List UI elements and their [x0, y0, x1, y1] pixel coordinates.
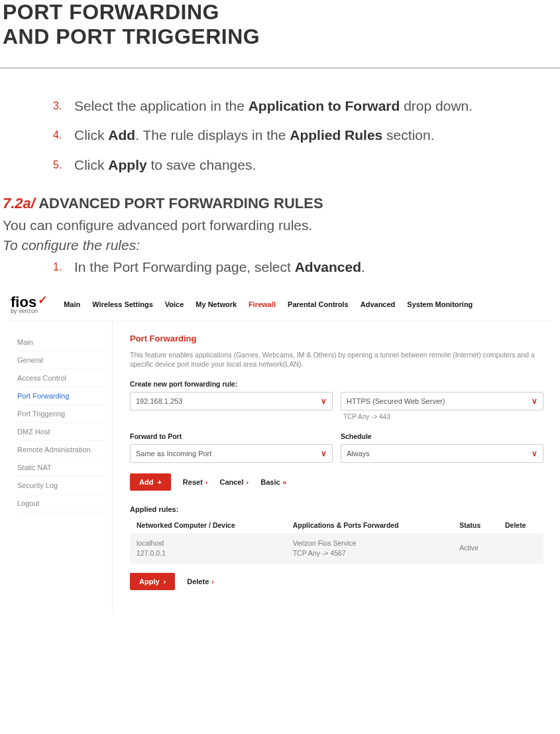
sidebar-item-dmz[interactable]: DMZ Host: [17, 423, 105, 441]
intro-text: You can configure advanced port forwardi…: [3, 217, 560, 233]
th-apps: Applications & Ports Forwarded: [286, 519, 453, 533]
top-nav: Main Wireless Settings Voice My Network …: [64, 300, 473, 308]
apply-button[interactable]: Apply ›: [130, 573, 175, 590]
check-icon: ✓: [38, 292, 48, 307]
th-device: Networked Computer / Device: [130, 519, 286, 533]
forward-port-select[interactable]: Same as Incoming Port ∨: [130, 444, 333, 463]
sidebar-item-security-log[interactable]: Security Log: [17, 477, 105, 495]
cell-delete: [498, 533, 543, 563]
step-text: Click Apply to save changes.: [74, 155, 256, 175]
cell-status: Active: [453, 533, 498, 563]
chevron-right-icon: ›: [247, 478, 249, 486]
nav-parental[interactable]: Parental Controls: [288, 300, 349, 308]
step-text: Click Add. The rule displays in the Appl…: [74, 125, 435, 145]
step-1: 1. In the Port Forwarding page, select A…: [53, 257, 547, 277]
nav-main[interactable]: Main: [64, 300, 80, 308]
step-number: 4.: [53, 125, 74, 145]
top-bar: fios✓ by verizon Main Wireless Settings …: [8, 292, 551, 321]
step-5: 5. Click Apply to save changes.: [53, 155, 547, 175]
nav-firewall[interactable]: Firewall: [249, 300, 276, 308]
plus-icon: +: [157, 478, 161, 486]
step-number: 1.: [53, 257, 74, 277]
cancel-button[interactable]: Cancel›: [219, 478, 249, 486]
reset-button[interactable]: Reset›: [183, 478, 208, 486]
sidebar-item-access-control[interactable]: Access Control: [17, 369, 105, 387]
add-button[interactable]: Add+: [130, 473, 171, 491]
nav-advanced[interactable]: Advanced: [361, 300, 396, 308]
content-panel: Port Forwarding This feature enables app…: [113, 322, 551, 611]
chevron-right-icon: ›: [164, 578, 166, 585]
sidebar-item-port-triggering[interactable]: Port Triggering: [17, 405, 105, 423]
schedule-label: Schedule: [341, 432, 543, 440]
sidebar-item-port-forwarding[interactable]: Port Forwarding: [17, 387, 105, 405]
sidebar-item-remote-admin[interactable]: Remote Administration: [17, 441, 105, 459]
applied-rules-table: Networked Computer / Device Applications…: [130, 519, 543, 563]
chevron-right-icon: ›: [211, 578, 214, 585]
table-row: localhost127.0.0.1 Verizon Fios ServiceT…: [130, 533, 543, 563]
fios-logo: fios✓ by verizon: [11, 295, 48, 314]
chevron-down-icon: ∨: [532, 449, 537, 458]
step-text: Select the application in the Applicatio…: [74, 96, 473, 116]
th-delete: Delete: [498, 519, 543, 533]
content-title: Port Forwarding: [130, 334, 543, 343]
sidebar: Main General Access Control Port Forward…: [8, 322, 113, 611]
chevron-double-left-icon: «: [283, 478, 287, 486]
cell-apps: Verizon Fios ServiceTCP Any -> 4567: [286, 533, 453, 563]
chevron-down-icon: ∨: [321, 449, 327, 458]
chevron-down-icon: ∨: [532, 397, 537, 406]
nav-wireless[interactable]: Wireless Settings: [92, 300, 153, 308]
step-text: In the Port Forwarding page, select Adva…: [74, 257, 365, 277]
sidebar-item-general[interactable]: General: [17, 351, 105, 369]
sidebar-item-main[interactable]: Main: [17, 334, 105, 351]
page-title: PORT FORWARDING AND PORT TRIGGERING: [0, 0, 560, 68]
sidebar-item-static-nat[interactable]: Static NAT: [17, 459, 105, 477]
content-description: This feature enables applications (Games…: [130, 350, 543, 369]
basic-button[interactable]: Basic «: [260, 478, 286, 486]
th-status: Status: [453, 519, 498, 533]
subintro-text: To configure the rules:: [3, 237, 560, 253]
create-rule-label: Create new port forwarding rule:: [130, 380, 543, 388]
application-select[interactable]: HTTPS (Secured Web Server) ∨: [341, 392, 543, 410]
app-subtext: TCP Any -> 443: [343, 413, 543, 420]
cell-device: localhost127.0.0.1: [130, 533, 286, 563]
steps-list-b: 1. In the Port Forwarding page, select A…: [53, 257, 547, 277]
nav-voice[interactable]: Voice: [165, 300, 184, 308]
sidebar-item-logout[interactable]: Logout: [17, 495, 105, 513]
nav-mynetwork[interactable]: My Network: [196, 300, 237, 308]
router-ui-screenshot: fios✓ by verizon Main Wireless Settings …: [8, 292, 551, 611]
step-4: 4. Click Add. The rule displays in the A…: [53, 125, 547, 145]
section-heading: 7.2a/ ADVANCED PORT FORWARDING RULES: [3, 195, 560, 212]
applied-rules-label: Applied rules:: [130, 505, 543, 513]
ip-select[interactable]: 192.168.1.253 ∨: [130, 392, 333, 410]
delete-button[interactable]: Delete ›: [187, 578, 214, 585]
schedule-select[interactable]: Always ∨: [341, 444, 543, 463]
step-number: 5.: [53, 155, 74, 175]
forward-port-label: Forward to Port: [130, 432, 333, 440]
step-3: 3. Select the application in the Applica…: [53, 96, 547, 116]
chevron-down-icon: ∨: [321, 397, 327, 406]
nav-sysmon[interactable]: System Monitoring: [407, 300, 473, 308]
step-number: 3.: [53, 96, 74, 116]
chevron-right-icon: ›: [205, 478, 208, 486]
steps-list-a: 3. Select the application in the Applica…: [53, 96, 547, 175]
